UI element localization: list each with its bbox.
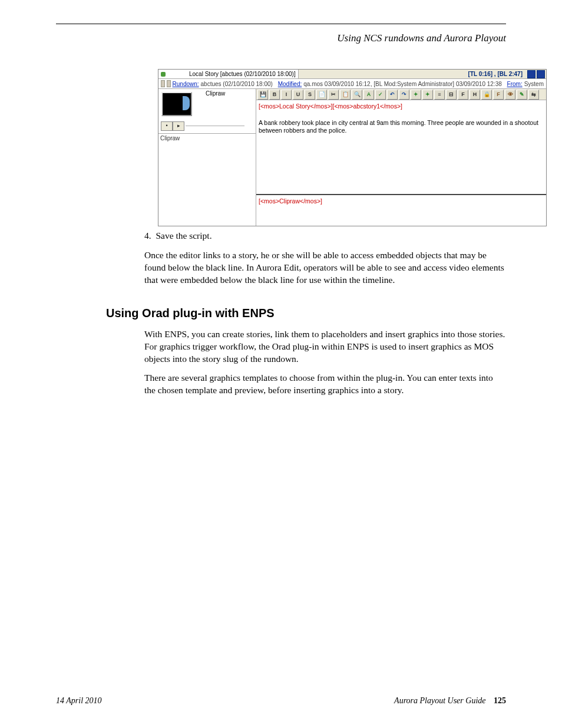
script-toolbar: 💾 B I U S 📄 ✂ 📋 🔍 A ✓ ↶ ↷ ✦ [256,89,546,100]
from-link[interactable]: From: [507,81,523,87]
spell-icon[interactable]: ✓ [375,90,386,100]
script-body-text: A bank robbery took place in city centra… [259,119,538,134]
save-icon[interactable]: 💾 [257,90,268,100]
copy-icon[interactable]: 📋 [340,90,351,100]
maximize-icon[interactable] [537,70,545,78]
nav-prev-button[interactable]: • [161,121,173,131]
clip-nav: • ▸ [161,121,244,131]
horizontal-rule [56,24,506,24]
titlebar-right: [TL 0:16] , [BL 2:47] [299,70,546,78]
clip-panel: Clipraw • ▸ Clipraw [158,89,256,226]
refresh-icon[interactable] [167,80,171,87]
page-icon[interactable]: 📄 [316,90,327,100]
running-header: Using NCS rundowns and Aurora Playout [56,32,506,44]
nav-next-button[interactable]: ▸ [173,121,184,131]
boxed-icon[interactable]: ⊟ [446,90,457,100]
mos-tag-bottom: [<mos>Clipraw</mos>] [259,197,322,205]
nav-track [186,126,244,126]
embedded-screenshot: Local Story [abctues (02/10/2010 18:00)]… [158,69,506,226]
script-lower[interactable]: [<mos>Clipraw</mos>] [256,195,546,226]
script-panel: 💾 B I U S 📄 ✂ 📋 🔍 A ✓ ↶ ↷ ✦ [256,89,546,226]
section-heading: Using Orad plug-in with ENPS [106,307,506,320]
search-icon[interactable] [161,80,165,87]
editor-body: Clipraw • ▸ Clipraw 💾 B I U [158,89,546,226]
bold-icon[interactable]: B [269,90,280,100]
paragraph-3: There are several graphics templates to … [144,372,506,397]
step-text: Save the script. [156,230,211,241]
clip-side-label: Clipraw [158,134,256,143]
undo-icon[interactable]: ↶ [387,90,398,100]
footer-date: 14 April 2010 [56,696,102,706]
rundown-link[interactable]: Rundown: [173,81,199,87]
preview-icon[interactable]: 👁 [505,90,515,100]
minimize-icon[interactable] [527,70,535,78]
rundown-value: abctues (02/10/2010 18:00) [201,81,273,87]
footer-guide-title: Aurora Playout User Guide [394,696,485,705]
clip-thumbnail-panel: Clipraw • ▸ [158,89,256,134]
italic-icon[interactable]: I [281,90,292,100]
window-title: Local Story [abctues (02/10/2010 18:00)] [189,71,296,77]
clip-label: Clipraw [206,90,225,97]
redo-icon[interactable]: ↷ [399,90,409,100]
titlebar-left: Local Story [abctues (02/10/2010 18:00)] [158,70,299,78]
modified-link[interactable]: Modified: [278,81,302,87]
swap-icon[interactable]: ⇆ [528,90,539,100]
page-footer: 14 April 2010 Aurora Playout User Guide … [56,696,506,706]
star-down-icon[interactable]: ✦ [422,90,433,100]
mos-tag-top: [<mos>Local Story</mos>][<mos>abcstory1<… [259,103,402,110]
clip-thumbnail[interactable] [161,92,192,116]
paragraph-1: Once the editor links to a story, he or … [144,249,506,286]
page-number: 125 [494,696,506,705]
f2-icon[interactable]: F [493,90,504,100]
time-labels: [TL 0:16] , [BL 2:47] [468,71,523,77]
find-icon[interactable]: 🔍 [352,90,362,100]
modified-value: qa.mos 03/09/2010 16:12, [BL Mod:System … [303,81,502,87]
star-up-icon[interactable]: ✦ [411,90,421,100]
script-upper[interactable]: [<mos>Local Story</mos>][<mos>abcstory1<… [256,100,546,192]
h-icon[interactable]: H [470,90,480,100]
lines-icon[interactable]: ≡ [434,90,445,100]
underline-icon[interactable]: U [293,90,303,100]
cut-icon[interactable]: ✂ [328,90,339,100]
footer-guide: Aurora Playout User Guide 125 [394,696,506,706]
step-number: 4. [144,230,151,241]
lock-icon[interactable]: 🔒 [481,90,492,100]
paragraph-2: With ENPS, you can create stories, link … [144,328,506,365]
strike-icon[interactable]: S [305,90,315,100]
edit-icon[interactable]: ✎ [517,90,527,100]
clip-thumbnail-graphic [183,96,190,110]
info-bar: Rundown: abctues (02/10/2010 18:00) Modi… [158,79,546,89]
step-4: 4. Save the script. [144,230,506,242]
from-value: System [524,81,544,87]
enps-editor-window: Local Story [abctues (02/10/2010 18:00)]… [158,69,547,226]
f-icon[interactable]: F [458,90,468,100]
titlebar: Local Story [abctues (02/10/2010 18:00)]… [158,70,546,79]
status-led-icon [161,72,166,77]
font-a-icon[interactable]: A [363,90,374,100]
